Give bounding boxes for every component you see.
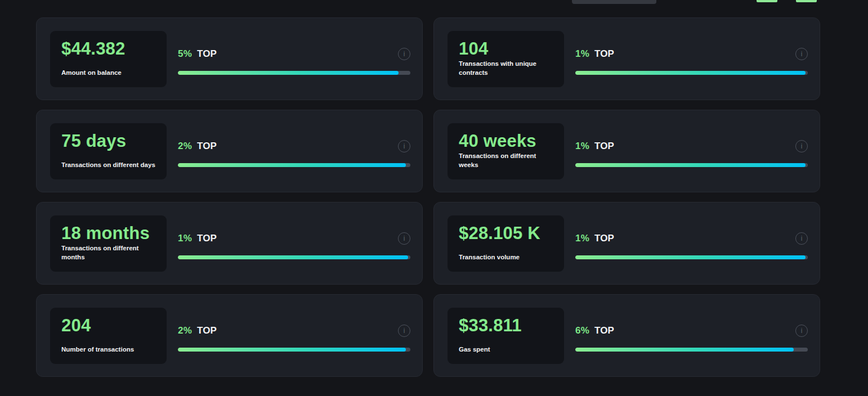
rank-section: 1% TOP i [564,227,820,259]
stat-label: Transactions on different weeks [459,151,553,169]
rank-percent: 5% [178,48,192,59]
stat-value: 75 days [61,132,155,150]
rank-text: 1% TOP [575,141,614,152]
rank-text: 5% TOP [178,48,217,60]
stat-value: $28.105 K [459,224,553,242]
info-icon[interactable]: i [795,232,808,245]
stat-box: 204 Number of transactions [50,308,167,364]
metric-card-number-of-transactions: 204 Number of transactions 2% TOP i [36,294,423,377]
metrics-grid: $44.382 Amount on balance 5% TOP i 104 T… [36,17,820,377]
progress-track [178,163,410,167]
metric-card-transaction-volume: $28.105 K Transaction volume 1% TOP i [433,202,820,285]
stat-box: $28.105 K Transaction volume [448,215,564,272]
metric-card-gas-spent: $33.811 Gas spent 6% TOP i [433,294,820,377]
rank-top-label: TOP [594,141,614,151]
info-icon[interactable]: i [398,48,410,60]
stat-box: $33.811 Gas spent [448,308,564,364]
stat-box: $44.382 Amount on balance [50,31,167,87]
info-icon-glyph: i [801,51,803,57]
stat-box: 75 days Transactions on different days [50,123,167,179]
metric-card-unique-contracts: 104 Transactions with unique contracts 1… [433,17,820,100]
progress-fill [178,348,406,352]
stat-label: Transactions on different days [61,160,155,169]
rank-percent: 1% [575,141,589,151]
rank-top-label: TOP [594,233,614,244]
progress-fill [575,163,806,167]
stat-value: 18 months [61,224,155,242]
rank-percent: 1% [575,48,589,59]
stat-label: Gas spent [459,345,553,354]
progress-track [178,348,410,352]
info-icon[interactable]: i [398,325,410,337]
progress-fill [178,71,399,75]
rank-percent: 1% [575,233,589,244]
info-icon-glyph: i [801,143,803,150]
progress-fill [575,71,806,75]
info-icon[interactable]: i [795,140,808,152]
stat-label: Number of transactions [61,345,155,354]
progress-fill [178,255,408,259]
stat-value: 204 [61,317,155,334]
rank-text: 1% TOP [575,48,614,60]
stat-value: 104 [459,40,553,57]
stat-label: Transactions with unique contracts [459,59,553,77]
rank-top-label: TOP [594,48,614,59]
rank-section: 1% TOP i [564,43,820,75]
topbar-button-1[interactable] [757,0,777,2]
info-icon[interactable]: i [795,325,808,337]
info-icon-glyph: i [404,143,405,150]
rank-section: 5% TOP i [167,43,422,75]
stat-value: $33.811 [459,317,553,334]
rank-section: 2% TOP i [167,135,422,167]
metric-card-amount-on-balance: $44.382 Amount on balance 5% TOP i [36,17,423,100]
rank-text: 6% TOP [575,325,614,336]
progress-track [575,71,808,75]
progress-fill [575,348,794,352]
progress-track [575,255,808,259]
progress-track [575,348,808,352]
progress-fill [575,255,806,259]
stat-value: 40 weeks [459,132,553,150]
search-input-partial[interactable] [572,0,656,4]
rank-percent: 1% [178,233,192,244]
rank-top-label: TOP [197,141,217,151]
stat-box: 40 weeks Transactions on different weeks [448,123,564,179]
rank-percent: 2% [178,325,192,336]
rank-text: 1% TOP [178,233,217,244]
rank-percent: 2% [178,141,192,151]
metric-card-different-months: 18 months Transactions on different mont… [36,202,423,285]
stat-value: $44.382 [61,40,155,57]
info-icon-glyph: i [404,51,405,57]
info-icon[interactable]: i [795,48,808,60]
info-icon[interactable]: i [398,232,410,245]
progress-track [178,71,410,75]
rank-text: 1% TOP [575,233,614,244]
progress-fill [178,163,406,167]
stat-label: Amount on balance [61,68,155,77]
rank-top-label: TOP [197,48,217,59]
info-icon-glyph: i [801,235,803,242]
rank-section: 1% TOP i [167,227,422,259]
rank-percent: 6% [575,325,589,336]
info-icon-glyph: i [404,235,405,242]
stat-box: 18 months Transactions on different mont… [50,215,167,272]
rank-section: 6% TOP i [564,320,820,352]
rank-top-label: TOP [197,325,217,336]
topbar [0,0,868,4]
stat-label: Transaction volume [459,253,553,262]
rank-text: 2% TOP [178,141,217,152]
stat-label: Transactions on different months [61,244,155,262]
info-icon-glyph: i [801,327,803,334]
metric-card-different-days: 75 days Transactions on different days 2… [36,110,423,192]
topbar-button-2[interactable] [796,0,817,2]
rank-section: 2% TOP i [167,320,422,352]
rank-top-label: TOP [594,325,614,336]
info-icon-glyph: i [404,327,405,334]
stat-box: 104 Transactions with unique contracts [448,31,564,87]
rank-top-label: TOP [197,233,217,244]
metric-card-different-weeks: 40 weeks Transactions on different weeks… [433,110,820,192]
progress-track [178,255,410,259]
info-icon[interactable]: i [398,140,410,152]
rank-section: 1% TOP i [564,135,820,167]
progress-track [575,163,808,167]
